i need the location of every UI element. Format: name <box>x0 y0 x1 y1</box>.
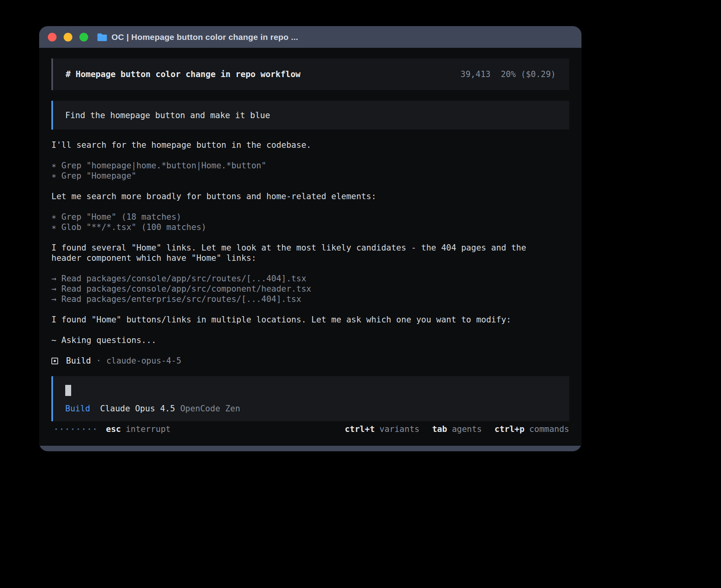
tool-call-line: ∗ Grep "Homepage" <box>51 171 569 181</box>
prompt-meta: Build Claude Opus 4.5 OpenCode Zen <box>65 404 557 413</box>
transcript-block-tool: → Read packages/console/app/src/routes/[… <box>51 273 569 304</box>
shortcut-label: agents <box>452 424 482 434</box>
prompt-model: Claude Opus 4.5 <box>100 404 175 413</box>
prompt-mode: Build <box>65 404 90 413</box>
text-cursor <box>65 385 71 396</box>
prompt-input[interactable]: Build Claude Opus 4.5 OpenCode Zen <box>51 376 569 421</box>
session-title: # Homepage button color change in repo w… <box>66 70 300 79</box>
tool-call-line: ∗ Grep "homepage|home.*button|Home.*butt… <box>51 160 569 171</box>
tool-call-line: ∗ Glob "**/*.tsx" (100 matches) <box>51 222 569 232</box>
spinner-dot <box>61 428 62 430</box>
session-meta: 39,413 20% ($0.29) <box>461 70 556 79</box>
tool-call-line: → Read packages/console/app/src/componen… <box>51 284 569 294</box>
shortcut-key: esc <box>106 424 121 434</box>
titlebar[interactable]: OC | Homepage button color change in rep… <box>39 26 581 48</box>
agent-model: claude-opus-4-5 <box>106 356 181 366</box>
assistant-text-line: I found several "Home" links. Let me loo… <box>51 243 569 253</box>
assistant-text-line: ~ Asking questions... <box>51 335 569 345</box>
prompt-provider: OpenCode Zen <box>180 404 240 413</box>
transcript-block-text: I found several "Home" links. Let me loo… <box>51 243 569 263</box>
shortcut-label: interrupt <box>126 424 171 434</box>
tool-call-line: ∗ Grep "Home" (18 matches) <box>51 212 569 222</box>
minimize-button[interactable] <box>64 33 72 41</box>
assistant-text-line: header component which have "Home" links… <box>51 253 569 263</box>
shortcut-variants: ctrl+tvariants <box>345 424 419 434</box>
session-header: # Homepage button color change in repo w… <box>51 58 569 90</box>
spinner <box>55 428 96 430</box>
user-message: Find the homepage button and make it blu… <box>51 101 569 130</box>
transcript-block-tool: ∗ Grep "Home" (18 matches)∗ Glob "**/*.t… <box>51 212 569 232</box>
agent-name: Build <box>66 356 91 366</box>
spinner-dot <box>66 428 68 430</box>
spinner-dot <box>77 428 79 430</box>
token-count: 39,413 <box>461 70 491 79</box>
window-controls <box>48 33 88 41</box>
transcript: I'll search for the homepage button in t… <box>51 140 569 345</box>
folder-icon <box>97 32 108 41</box>
agent-status: Build · claude-opus-4-5 <box>51 356 569 366</box>
spinner-dot <box>55 428 57 430</box>
spinner-dot <box>83 428 85 430</box>
shortcut-agents: tabagents <box>432 424 482 434</box>
status-bar: esc interrupt ctrl+tvariantstabagentsctr… <box>51 424 569 435</box>
context-cost: 20% ($0.29) <box>501 70 556 79</box>
shortcut-key: ctrl+p <box>495 424 525 434</box>
spinner-dot <box>94 428 96 430</box>
shortcut-interrupt: esc interrupt <box>106 424 171 434</box>
assistant-text-line: Let me search more broadly for buttons a… <box>51 191 569 202</box>
user-message-text: Find the homepage button and make it blu… <box>65 111 270 120</box>
shortcut-commands: ctrl+pcommands <box>495 424 569 434</box>
tool-call-line: → Read packages/console/app/src/routes/[… <box>51 273 569 284</box>
tool-call-line: → Read packages/enterprise/src/routes/[.… <box>51 294 569 304</box>
assistant-text-line: I found "Home" buttons/links in multiple… <box>51 315 569 325</box>
spinner-dot <box>72 428 74 430</box>
close-button[interactable] <box>48 33 57 41</box>
assistant-text-line: I'll search for the homepage button in t… <box>51 140 569 150</box>
transcript-block-tool: ∗ Grep "homepage|home.*button|Home.*butt… <box>51 160 569 181</box>
agent-separator: · <box>96 356 101 366</box>
spinner-dot <box>89 428 90 430</box>
shortcut-key: ctrl+t <box>345 424 375 434</box>
zoom-button[interactable] <box>79 33 88 41</box>
terminal-content: # Homepage button color change in repo w… <box>39 48 581 446</box>
shortcut-key: tab <box>432 424 447 434</box>
footer-shortcuts-right: ctrl+tvariantstabagentsctrl+pcommands <box>345 424 569 434</box>
window-title: OC | Homepage button color change in rep… <box>111 32 298 42</box>
shortcut-label: commands <box>529 424 569 434</box>
status-bar-left: esc interrupt <box>51 424 171 434</box>
transcript-block-text: ~ Asking questions... <box>51 335 569 345</box>
transcript-block-text: I found "Home" buttons/links in multiple… <box>51 315 569 325</box>
agent-icon <box>51 358 58 364</box>
transcript-block-text: Let me search more broadly for buttons a… <box>51 191 569 202</box>
shortcut-label: variants <box>379 424 419 434</box>
transcript-block-text: I'll search for the homepage button in t… <box>51 140 569 150</box>
terminal-window: OC | Homepage button color change in rep… <box>39 26 581 451</box>
